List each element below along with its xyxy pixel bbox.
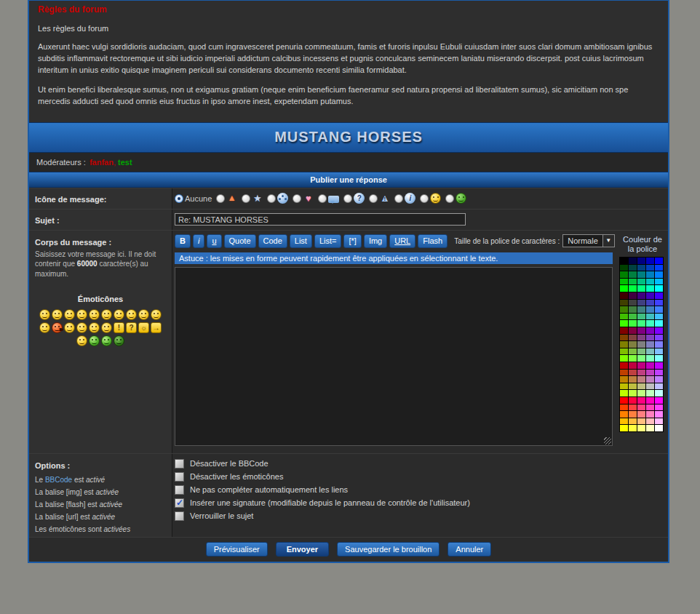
smiley-question[interactable]: ? <box>126 322 137 333</box>
radio-question[interactable] <box>343 194 352 203</box>
bbcode-underline-button[interactable]: u <box>207 234 221 248</box>
smiley-shocked[interactable] <box>101 309 112 320</box>
smiley-sad[interactable] <box>76 309 87 320</box>
palette-color-#FFBFBF[interactable] <box>646 418 654 425</box>
palette-color-#000040[interactable] <box>629 258 637 264</box>
palette-color-#FFFF80[interactable] <box>637 425 645 431</box>
annuler-button[interactable]: Annuler <box>448 542 491 557</box>
radio-mrgreen[interactable] <box>445 194 454 203</box>
palette-color-#0000BF[interactable] <box>646 258 654 264</box>
palette-color-#80FFBF[interactable] <box>646 355 654 362</box>
palette-color-#8040BF[interactable] <box>646 335 654 341</box>
palette-color-#400040[interactable] <box>629 292 637 299</box>
palette-color-#FF4040[interactable] <box>629 404 637 411</box>
textarea-resize-handle[interactable] <box>604 437 611 444</box>
palette-color-#808080[interactable] <box>637 341 645 348</box>
palette-color-#FF4080[interactable] <box>637 404 645 411</box>
palette-color-#0000FF[interactable] <box>655 258 663 264</box>
palette-color-#FFFFBF[interactable] <box>646 425 654 431</box>
checkbox-option-3[interactable]: Insérer une signature (modifiable depuis… <box>175 498 664 508</box>
palette-color-#004080[interactable] <box>637 265 645 271</box>
palette-color-#408080[interactable] <box>637 306 645 313</box>
palette-color-#4000FF[interactable] <box>655 292 663 299</box>
radio-none[interactable] <box>175 194 183 203</box>
palette-color-#808040[interactable] <box>629 341 637 348</box>
smiley-surprised[interactable] <box>89 309 100 320</box>
palette-color-#BF40FF[interactable] <box>655 370 663 376</box>
palette-color-#804040[interactable] <box>629 335 637 341</box>
message-icon-option-fire[interactable] <box>216 193 237 204</box>
radio-heart[interactable] <box>293 194 301 203</box>
palette-color-#008000[interactable] <box>620 271 628 278</box>
message-icon-option-talk[interactable] <box>318 194 339 203</box>
palette-color-#4080BF[interactable] <box>646 306 654 313</box>
palette-color-#40FF40[interactable] <box>629 320 637 327</box>
smiley-geek[interactable] <box>101 335 112 346</box>
radio-ball[interactable] <box>267 194 276 203</box>
palette-color-#00FF80[interactable] <box>637 285 645 292</box>
palette-color-#00BF80[interactable] <box>637 279 645 285</box>
palette-color-#BFBFBF[interactable] <box>646 383 654 390</box>
palette-color-#004000[interactable] <box>620 265 628 271</box>
palette-color-#80BF00[interactable] <box>620 348 628 355</box>
palette-color-#FF8000[interactable] <box>620 411 628 418</box>
palette-color-#4000BF[interactable] <box>646 292 654 299</box>
palette-color-#40FFBF[interactable] <box>646 320 654 327</box>
subject-input[interactable] <box>175 213 466 226</box>
smiley-confused[interactable] <box>114 309 124 320</box>
palette-color-#4040BF[interactable] <box>646 300 654 306</box>
palette-color-#804000[interactable] <box>620 335 628 341</box>
palette-color-#FF40FF[interactable] <box>655 404 663 411</box>
palette-color-#BF40BF[interactable] <box>646 370 654 376</box>
palette-color-#80FF40[interactable] <box>629 355 637 362</box>
palette-color-#800080[interactable] <box>637 327 645 334</box>
sauvegarder-brouillon-button[interactable]: Sauvegarder le brouillon <box>337 542 440 557</box>
message-icon-option-ball[interactable] <box>267 193 288 204</box>
palette-color-#8080FF[interactable] <box>655 341 663 348</box>
message-icon-option-alert[interactable] <box>369 193 390 204</box>
palette-color-#408040[interactable] <box>629 306 637 313</box>
palette-color-#4040FF[interactable] <box>655 300 663 306</box>
palette-color-#404040[interactable] <box>629 300 637 306</box>
message-icon-option-smile[interactable] <box>420 193 441 204</box>
envoyer-button[interactable]: Envoyer <box>276 542 329 557</box>
palette-color-#FFBF80[interactable] <box>637 418 645 425</box>
palette-color-#00FFFF[interactable] <box>655 285 663 292</box>
smiley-mrgreen[interactable] <box>89 335 100 346</box>
palette-color-#800000[interactable] <box>620 327 628 334</box>
bbcode-italic-button[interactable]: i <box>193 234 204 248</box>
palette-color-#BF8000[interactable] <box>620 376 628 383</box>
palette-color-#BF80BF[interactable] <box>646 376 654 383</box>
message-icon-option-none[interactable]: Aucune <box>175 194 212 203</box>
palette-color-#BFFF80[interactable] <box>637 390 645 396</box>
palette-color-#80FFFF[interactable] <box>655 355 663 362</box>
palette-color-#BF8080[interactable] <box>637 376 645 383</box>
radio-talk[interactable] <box>318 194 327 203</box>
palette-color-#FF8040[interactable] <box>629 411 637 418</box>
palette-color-#00BF40[interactable] <box>629 279 637 285</box>
palette-color-#00BFFF[interactable] <box>655 279 663 285</box>
palette-color-#008040[interactable] <box>629 271 637 278</box>
bbcode-code-button[interactable]: Code <box>258 234 287 248</box>
palette-color-#80BFFF[interactable] <box>655 348 663 355</box>
palette-color-#808000[interactable] <box>620 341 628 348</box>
palette-color-#BF80FF[interactable] <box>655 376 663 383</box>
smiley-mad[interactable] <box>52 322 63 333</box>
palette-color-#00FFBF[interactable] <box>646 285 654 292</box>
smiley-twisted[interactable] <box>89 322 100 333</box>
palette-color-#4080FF[interactable] <box>655 306 663 313</box>
palette-color-#BF00FF[interactable] <box>655 362 663 369</box>
message-icon-option-mrgreen[interactable] <box>445 193 466 204</box>
palette-color-#408000[interactable] <box>620 306 628 313</box>
checkbox-option-4[interactable]: Verrouiller le sujet <box>175 511 664 521</box>
palette-color-#FFBF00[interactable] <box>620 418 628 425</box>
message-textarea[interactable] <box>175 267 613 446</box>
smiley-razz[interactable] <box>39 322 50 333</box>
bbcode-list-item-button[interactable]: [*] <box>343 234 361 248</box>
palette-color-#0040BF[interactable] <box>646 265 654 271</box>
palette-color-#FF0040[interactable] <box>629 397 637 404</box>
palette-color-#000080[interactable] <box>637 258 645 264</box>
palette-color-#BF4080[interactable] <box>637 370 645 376</box>
bbcode-img-button[interactable]: Img <box>364 234 387 248</box>
radio-smile[interactable] <box>420 194 429 203</box>
